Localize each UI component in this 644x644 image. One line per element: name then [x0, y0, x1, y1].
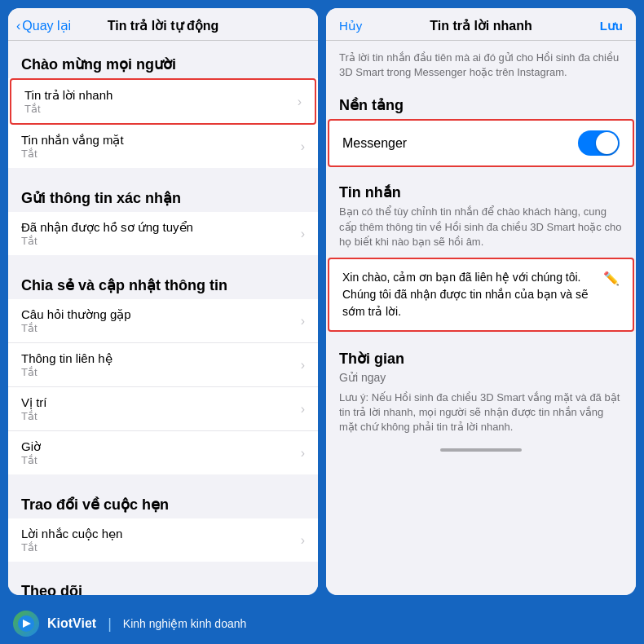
separator: [326, 167, 636, 174]
brand-name: KiotViet: [47, 616, 96, 631]
tin-nhan-title: Tin nhắn: [326, 174, 636, 205]
left-phone-header: ‹ Quay lại Tin trả lời tự động: [8, 8, 318, 41]
right-phone: Hủy Tin trả lời nhanh Lưu Trả lời tin nh…: [326, 8, 636, 595]
section-header-chia-se: Chia sẻ và cập nhật thông tin: [8, 262, 318, 299]
section-header-gui-thong-tin: Gửi thông tin xác nhận: [8, 174, 318, 212]
message-box[interactable]: Xin chào, cảm ơn bạn đã liên hệ với chún…: [328, 258, 634, 332]
separator: [8, 562, 318, 568]
chevron-right-icon: ›: [301, 227, 305, 241]
page-title: Tin trả lời nhanh: [430, 18, 532, 33]
section-header-chao-mung: Chào mừng mọi người: [8, 41, 318, 78]
left-phone: ‹ Quay lại Tin trả lời tự động Chào mừng…: [8, 8, 318, 595]
divider: |: [108, 615, 112, 633]
page-description: Trả lời tin nhắn đầu tiên mà ai đó gửi c…: [326, 51, 636, 90]
chevron-right-icon: ›: [301, 358, 305, 373]
thoi-gian-title: Thời gian: [326, 338, 636, 369]
messenger-row[interactable]: Messenger: [328, 119, 634, 167]
separator: [8, 474, 318, 481]
list-item-thong-tin-lien-he[interactable]: Thông tin liên hệ Tắt ›: [8, 343, 318, 387]
chevron-right-icon: ›: [298, 95, 302, 109]
back-label: Quay lại: [22, 18, 71, 33]
message-text: Xin chào, cảm ơn bạn đã liên hệ với chún…: [342, 269, 597, 320]
messenger-toggle[interactable]: [578, 130, 620, 156]
left-phone-content: Chào mừng mọi người Tin trả lời nhanh Tắ…: [8, 41, 318, 595]
tagline: Kinh nghiệm kinh doanh: [123, 617, 246, 630]
separator: [8, 255, 318, 262]
chevron-right-icon: ›: [301, 139, 305, 154]
right-phone-content: Trả lời tin nhắn đầu tiên mà ai đó gửi c…: [326, 41, 636, 595]
edit-icon[interactable]: ✏️: [603, 271, 620, 286]
back-button[interactable]: ‹ Quay lại: [16, 18, 71, 33]
list-item-gio[interactable]: Giờ Tắt ›: [8, 431, 318, 474]
list-item-cau-hoi[interactable]: Câu hỏi thường gặp Tắt ›: [8, 299, 318, 343]
list-group-gui-thong-tin: Đã nhận được hồ sơ ứng tuyển Tắt ›: [8, 212, 318, 255]
list-item-loi-nhac[interactable]: Lời nhắc cuộc hẹn Tắt ›: [8, 518, 318, 562]
nen-tang-title: Nền tảng: [326, 90, 636, 119]
separator: [8, 168, 318, 174]
tin-nhan-description: Bạn có thể tùy chỉnh tin nhắn để chào kh…: [326, 205, 636, 258]
page-title: Tin trả lời tự động: [108, 18, 219, 33]
list-item-tin-nhan-vang-mat[interactable]: Tin nhắn vắng mặt Tắt ›: [8, 125, 318, 168]
home-indicator: [440, 448, 522, 452]
bottom-bar: KiotViet | Kinh nghiệm kinh doanh: [0, 603, 644, 644]
list-item-ho-so[interactable]: Đã nhận được hồ sơ ứng tuyển Tắt ›: [8, 212, 318, 255]
list-group-trao-doi: Lời nhắc cuộc hẹn Tắt ›: [8, 518, 318, 562]
chevron-right-icon: ›: [301, 446, 305, 461]
right-phone-header: Hủy Tin trả lời nhanh Lưu: [326, 8, 636, 41]
list-group-chia-se: Câu hỏi thường gặp Tắt › Thông tin liên …: [8, 299, 318, 474]
chevron-right-icon: ›: [301, 314, 305, 329]
chevron-right-icon: ›: [301, 533, 305, 548]
kiotviet-logo: [13, 611, 39, 637]
chevron-left-icon: ‹: [16, 19, 20, 33]
list-item-tin-tra-loi-nhanh[interactable]: Tin trả lời nhanh Tắt ›: [10, 78, 316, 125]
save-button[interactable]: Lưu: [600, 19, 623, 33]
chevron-right-icon: ›: [301, 402, 305, 417]
thoi-gian-note: Lưu ý: Nếu Hồi sinh đa chiều 3D Smart vắ…: [326, 390, 636, 443]
list-item-vi-tri[interactable]: Vị trí Tắt ›: [8, 387, 318, 431]
thoi-gian-value: Gửi ngay: [326, 369, 636, 390]
section-header-theo-doi: Theo dõi: [8, 568, 318, 595]
separator: [326, 332, 636, 338]
messenger-label: Messenger: [342, 136, 407, 151]
list-group-chao-mung: Tin trả lời nhanh Tắt › Tin nhắn vắng mặ…: [8, 78, 318, 168]
section-header-trao-doi: Trao đổi về cuộc hẹn: [8, 481, 318, 518]
logo-icon: [18, 615, 34, 632]
cancel-button[interactable]: Hủy: [339, 19, 362, 33]
